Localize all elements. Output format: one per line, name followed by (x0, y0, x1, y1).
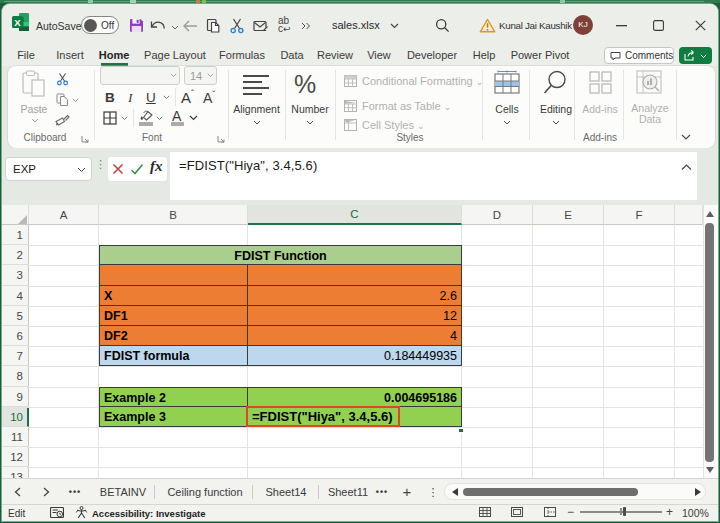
svg-text:X: X (14, 17, 21, 28)
